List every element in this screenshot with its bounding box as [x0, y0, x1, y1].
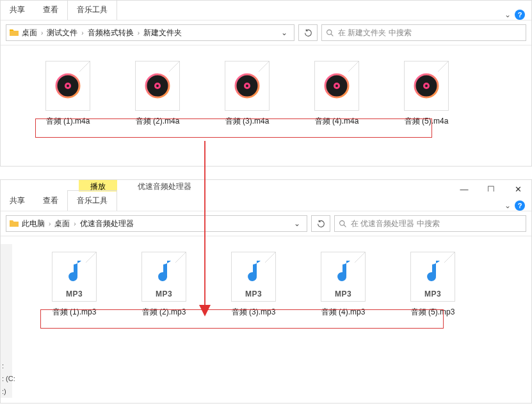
address-row: 桌面 › 测试文件 › 音频格式转换 › 新建文件夹 ⌄ 在 新建文件夹 中搜索	[1, 20, 531, 45]
file-thumb-m4a	[314, 61, 359, 111]
breadcrumb-item[interactable]: 优速音频处理器	[79, 217, 135, 231]
search-placeholder: 在 新建文件夹 中搜索	[338, 28, 412, 38]
svg-point-21	[425, 85, 428, 87]
breadcrumb-item[interactable]: 新建文件夹	[142, 26, 183, 40]
ribbon-right: ⌄ ?	[504, 10, 531, 20]
svg-point-17	[335, 85, 338, 87]
file-thumb-m4a	[135, 61, 180, 111]
folder-icon	[9, 28, 19, 38]
file-thumb-mp3: MP3	[231, 252, 276, 302]
svg-point-23	[340, 220, 344, 225]
audio-disc-icon	[54, 72, 82, 100]
explorer-window-1: 共享 查看 音乐工具 ⌄ ? 桌面 › 测试文件 › 音频格式转换 › 新建文件…	[0, 0, 532, 167]
file-thumb-mp3: MP3	[321, 252, 366, 302]
chevron-down-icon[interactable]: ⌄	[504, 10, 511, 19]
tab-music-tools[interactable]: 音乐工具	[67, 0, 117, 20]
tab-view[interactable]: 查看	[34, 0, 67, 20]
address-dropdown-icon[interactable]: ⌄	[277, 28, 291, 37]
tab-music-tools[interactable]: 音乐工具	[67, 190, 117, 211]
ribbon-tabs: 共享 查看 音乐工具 ⌄ ?	[1, 1, 531, 20]
audio-disc-icon	[323, 72, 351, 100]
file-item[interactable]: MP3 音频 (5).mp3	[404, 252, 462, 318]
svg-point-0	[327, 29, 332, 34]
audio-disc-icon	[412, 72, 440, 100]
mp3-type-label: MP3	[156, 290, 172, 298]
address-row: 此电脑 › 桌面 › 优速音频处理器 ⌄ 在 优速音频处理器 中搜索	[1, 211, 531, 236]
file-item[interactable]: 音频 (4).m4a	[308, 61, 366, 127]
address-bar[interactable]: 此电脑 › 桌面 › 优速音频处理器 ⌄	[6, 215, 307, 232]
sidebar-item[interactable]: : (C:	[1, 372, 17, 385]
file-item[interactable]: 音频 (5).m4a	[398, 61, 455, 127]
folder-icon	[9, 218, 19, 229]
music-note-icon	[422, 259, 444, 285]
file-item[interactable]: MP3 音频 (4).mp3	[314, 252, 372, 318]
file-item[interactable]: 音频 (1).m4a	[39, 61, 97, 127]
chevron-right-icon: ›	[136, 29, 141, 37]
refresh-button[interactable]	[311, 215, 330, 232]
chevron-down-icon[interactable]: ⌄	[504, 201, 511, 210]
address-dropdown-icon[interactable]: ⌄	[290, 219, 304, 228]
file-item[interactable]: MP3 音频 (2).mp3	[135, 252, 193, 318]
files-area: MP3 音频 (1).mp3 MP3 音频 (2).mp3 MP3 音频 (3)…	[1, 236, 531, 324]
help-icon[interactable]: ?	[515, 200, 525, 211]
mp3-type-label: MP3	[335, 290, 351, 298]
music-note-icon	[63, 259, 85, 285]
file-item[interactable]: MP3 音频 (3).mp3	[225, 252, 282, 318]
music-note-icon	[332, 259, 354, 285]
breadcrumb-item[interactable]: 音频格式转换	[86, 26, 135, 40]
file-thumb-m4a	[45, 61, 90, 111]
tab-share[interactable]: 共享	[1, 0, 34, 20]
file-thumb-m4a	[225, 61, 270, 111]
refresh-button[interactable]	[298, 24, 318, 41]
music-note-icon	[153, 259, 175, 285]
file-thumb-mp3: MP3	[52, 252, 97, 302]
explorer-window-2: 播放 优速音频处理器 — ☐ ✕ 共享 查看 音乐工具 ⌄ ? 此电脑 › 桌面…	[0, 179, 532, 404]
selection-highlight	[40, 309, 444, 329]
svg-point-13	[246, 85, 248, 87]
file-item[interactable]: MP3 音频 (1).mp3	[45, 252, 103, 318]
svg-point-9	[156, 85, 159, 87]
tab-share[interactable]: 共享	[1, 191, 34, 211]
sidebar-item[interactable]: :)	[1, 385, 17, 398]
audio-disc-icon	[233, 72, 261, 100]
file-thumb-mp3: MP3	[410, 252, 455, 302]
tab-view[interactable]: 查看	[34, 191, 67, 211]
music-note-icon	[243, 259, 264, 285]
chevron-right-icon: ›	[80, 29, 85, 37]
svg-line-1	[331, 34, 333, 36]
mp3-type-label: MP3	[66, 290, 83, 298]
search-input[interactable]: 在 新建文件夹 中搜索	[321, 24, 526, 41]
audio-disc-icon	[143, 72, 172, 100]
breadcrumb-item[interactable]: 此电脑	[20, 217, 46, 231]
file-item[interactable]: 音频 (3).m4a	[218, 61, 276, 127]
search-icon	[326, 29, 334, 37]
svg-point-5	[67, 85, 69, 87]
search-input[interactable]: 在 优速音频处理器 中搜索	[334, 215, 526, 232]
help-icon[interactable]: ?	[515, 10, 525, 20]
file-item[interactable]: 音频 (2).m4a	[129, 61, 186, 127]
sidebar-item[interactable]: :	[1, 359, 17, 372]
breadcrumb-item[interactable]: 测试文件	[45, 26, 79, 40]
address-bar[interactable]: 桌面 › 测试文件 › 音频格式转换 › 新建文件夹 ⌄	[6, 24, 294, 41]
files-area: 音频 (1).m4a 音频 (2).m4a 音频 (3).m4a 音频 (4).…	[1, 45, 531, 133]
chevron-right-icon: ›	[40, 29, 44, 37]
mp3-type-label: MP3	[245, 290, 262, 298]
ribbon-right: ⌄ ?	[504, 200, 531, 211]
chevron-right-icon: ›	[47, 220, 52, 227]
chevron-right-icon: ›	[72, 220, 77, 227]
breadcrumb-item[interactable]: 桌面	[20, 26, 38, 40]
search-placeholder: 在 优速音频处理器 中搜索	[351, 218, 440, 229]
mp3-type-label: MP3	[424, 290, 441, 298]
ribbon-tabs: 共享 查看 音乐工具 ⌄ ?	[1, 192, 531, 211]
search-icon	[339, 220, 347, 228]
breadcrumb-item[interactable]: 桌面	[53, 217, 71, 231]
selection-highlight	[35, 118, 432, 138]
svg-line-24	[344, 225, 346, 227]
file-thumb-m4a	[404, 61, 449, 111]
file-thumb-mp3: MP3	[141, 252, 186, 302]
